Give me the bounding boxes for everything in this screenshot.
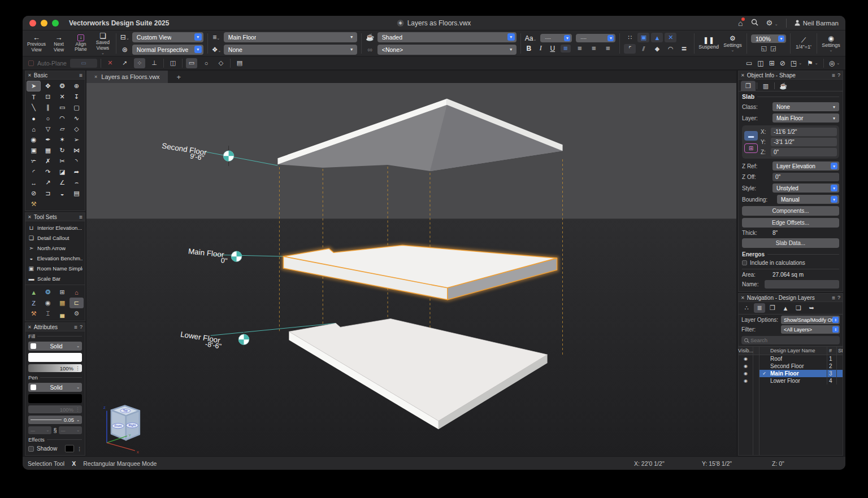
3d-scene[interactable]: Second Floor 9'-6" Main Floor 0" Lower F… [86, 83, 736, 456]
shadow-color-swatch[interactable] [65, 445, 74, 452]
search-icon[interactable] [751, 18, 758, 28]
help-icon[interactable]: ? [80, 324, 83, 330]
smart-points-icon[interactable]: ⌜ [624, 44, 636, 54]
line-tool[interactable]: ╲ [27, 102, 41, 113]
shadow-options-icon[interactable]: ⋮ [77, 446, 82, 452]
render-style-dropdown[interactable]: <None>▼ [377, 45, 517, 55]
close-icon[interactable]: ✕ [741, 73, 745, 78]
shadow-checkbox[interactable] [28, 446, 34, 452]
polygon-marquee-icon[interactable]: ◇ [215, 58, 227, 68]
layer-row-main-floor[interactable]: ◉ ✓ Main Floor 3 [739, 370, 843, 377]
tool-set-item[interactable]: ▬ Scale Bar [25, 273, 85, 283]
select-similar-tool[interactable]: ➢ [70, 134, 84, 145]
spiral-tool[interactable]: ◉ [27, 134, 41, 145]
dim-diagonal-tool[interactable]: ↗ [41, 177, 55, 188]
saved-views-button[interactable]: ❏ Saved Views ⌄ [94, 32, 112, 54]
link-styles-icon[interactable]: § [53, 427, 57, 434]
previous-view-button[interactable]: ← Previous View [27, 34, 46, 53]
extrude-tool[interactable]: ◪ [55, 167, 70, 177]
saved-views-tab[interactable]: ❏ [793, 303, 804, 313]
close-icon[interactable]: ✕ [28, 325, 32, 330]
dim-arc-tool[interactable]: ⌢ [70, 177, 84, 188]
grid-symbol-icon[interactable]: ⊞ [744, 143, 758, 153]
menu-icon[interactable]: ≡ [832, 295, 835, 301]
references-tab[interactable]: ➥ [806, 303, 817, 313]
toolset-visualization[interactable]: ❂ [41, 287, 55, 298]
layer-scale-button[interactable]: ⟋ 1/4"=1' [795, 37, 813, 50]
y-coordinate-field[interactable]: -3'1 1/2" [771, 138, 837, 146]
clip-cube-icon[interactable]: ◳ [791, 59, 797, 67]
line-style-dropdown[interactable]: —⌄ [28, 426, 51, 434]
attribute-mapping-tool[interactable]: ⚒ [27, 199, 41, 209]
tool-set-item[interactable]: ➣ North Arrow [25, 243, 85, 253]
filter-dropdown[interactable]: <All Layers>⇕ [781, 325, 840, 334]
x-coordinate-field[interactable]: -11'6 1/2" [771, 128, 837, 136]
irregular-polygon-tool[interactable]: ▱ [55, 124, 70, 134]
help-icon[interactable]: ? [837, 295, 840, 300]
fillet-tool[interactable]: ◝ [70, 156, 84, 167]
marker-dropdown[interactable]: ----▼ [576, 34, 615, 42]
viewports-tab[interactable]: ▲ [780, 303, 791, 313]
minimize-window-button[interactable] [41, 20, 47, 27]
toolset-furnishings[interactable]: ⚒ [27, 308, 41, 319]
multiple-view-panes-icon[interactable]: ⊞ [769, 59, 775, 67]
single-object-mode-icon[interactable]: ➚ [119, 58, 131, 68]
underline-button[interactable]: U [549, 45, 557, 53]
tape-measure-tool[interactable]: ⊐ [41, 188, 55, 199]
remove-tool[interactable]: ✕ [55, 91, 70, 102]
visibility-eye-icon[interactable]: ◉ [744, 357, 748, 361]
disable-interactive-icon[interactable]: ✕ [105, 58, 116, 68]
fill-opacity-slider[interactable]: 100%⋮ [28, 364, 82, 372]
render-mode-dropdown[interactable]: Shaded▼ [377, 32, 517, 42]
design-layers-tab[interactable]: ≣ [754, 303, 765, 313]
layer-options-dropdown[interactable]: Show/Snap/Modify Others⇕ [781, 316, 840, 324]
layer-row-roof[interactable]: ◉ Roof 1 [739, 355, 843, 362]
interactive-scaling-icon[interactable]: ▤ [234, 58, 245, 68]
close-tab-icon[interactable]: × [94, 74, 97, 80]
search-input[interactable] [750, 337, 837, 343]
classes-icon[interactable]: ❖⌄ [212, 46, 221, 54]
drawing-canvas[interactable]: Second Floor 9'-6" Main Floor 0" Lower F… [86, 83, 736, 456]
zoom-tool[interactable]: ⊕ [70, 81, 84, 91]
bounding-dropdown[interactable]: Manual▼ [777, 195, 839, 204]
double-line-tool[interactable]: ∥ [41, 102, 55, 113]
layer-search[interactable] [741, 336, 840, 344]
align-plane-button[interactable]: ↓ Align Plane [72, 34, 90, 53]
sheet-layers-tab[interactable]: ❒ [767, 303, 778, 313]
render-teapot-icon[interactable]: ☕ [366, 33, 375, 41]
hide-annotations-icon[interactable]: ⊘ [780, 59, 785, 67]
unified-view-icon[interactable]: ◫ [757, 59, 763, 67]
toolset-text[interactable]: ▄ [55, 308, 70, 319]
toolset-structural[interactable]: ⌶ [41, 308, 55, 319]
rectangle-tool[interactable]: ▭ [55, 102, 70, 113]
close-icon[interactable]: ✕ [741, 295, 745, 300]
toolset-detailing[interactable]: ▦ [55, 298, 70, 308]
snap-distance-icon[interactable]: ◆ [651, 44, 663, 54]
data-tab[interactable]: ▥ [758, 81, 773, 91]
suspend-snapping-button[interactable]: ❚❚ Suspend [698, 37, 719, 50]
font-menu[interactable]: Aa⌄ [525, 34, 537, 42]
toolset-space-planning[interactable]: ⊞ [55, 287, 70, 298]
reshape-tool[interactable]: ▦ [41, 145, 55, 156]
help-icon[interactable]: ? [837, 72, 840, 78]
shape-tab[interactable]: ❒ [741, 81, 756, 91]
visibility-eye-icon[interactable]: ◉ [744, 379, 748, 383]
visibility-eye-icon[interactable]: ◉ [744, 364, 748, 369]
close-window-button[interactable] [29, 20, 36, 27]
visibility-eye-icon[interactable]: ◉ [744, 372, 748, 376]
line-weight-dropdown[interactable]: 0.05 ⌄ [28, 416, 82, 424]
active-layer-dropdown[interactable]: Main Floor▼ [224, 32, 357, 42]
projection-dropdown[interactable]: Normal Perspective▼ [132, 45, 203, 55]
protractor-tool[interactable]: ◒ [55, 188, 70, 199]
extract-tool[interactable]: ↧ [70, 91, 84, 102]
arc-tool[interactable]: ◠ [55, 113, 70, 124]
dim-angular-tool[interactable]: ∠ [55, 177, 70, 188]
class-dropdown[interactable]: None▼ [772, 102, 839, 111]
snap-grid-icon[interactable]: ∷ [624, 33, 636, 42]
circle-slash-tool[interactable]: ⊘ [27, 188, 41, 199]
menu-icon[interactable]: ≡ [832, 72, 835, 78]
circle-tool[interactable]: ● [27, 113, 41, 124]
bold-button[interactable]: B [525, 45, 533, 53]
marker-style-dropdown[interactable]: —⌄ [59, 426, 82, 434]
snap-tangent-icon[interactable]: ◠ [665, 44, 676, 54]
